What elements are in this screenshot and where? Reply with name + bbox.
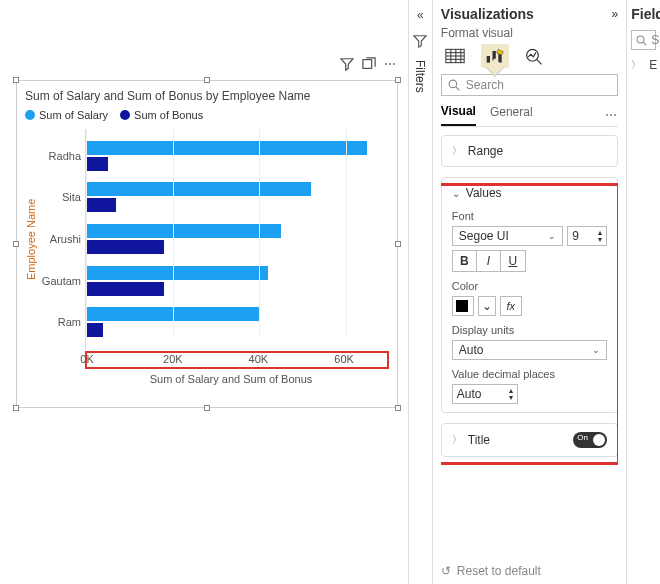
card-title: 〉 Title On xyxy=(441,423,618,457)
color-picker[interactable] xyxy=(452,296,474,316)
bar-bonus[interactable] xyxy=(86,240,164,254)
chevron-right-icon: 〉 xyxy=(452,433,462,447)
legend-item[interactable]: Sum of Bonus xyxy=(120,109,203,121)
bar-group[interactable] xyxy=(86,266,389,296)
resize-handle[interactable] xyxy=(204,405,210,411)
svg-rect-8 xyxy=(486,56,489,63)
title-toggle[interactable]: On xyxy=(573,432,607,448)
bar-salary[interactable] xyxy=(86,182,311,196)
y-tick: Ram xyxy=(41,316,81,328)
decimal-places-label: Value decimal places xyxy=(452,368,607,380)
bar-group[interactable] xyxy=(86,307,389,337)
tab-visual[interactable]: Visual xyxy=(441,104,476,126)
bar-group[interactable] xyxy=(86,224,389,254)
bar-bonus[interactable] xyxy=(86,198,116,212)
bar-group[interactable] xyxy=(86,182,389,212)
card-range-header[interactable]: 〉 Range xyxy=(452,144,607,158)
format-visual-button[interactable] xyxy=(481,44,509,68)
tab-general[interactable]: General xyxy=(490,105,533,125)
svg-point-15 xyxy=(637,36,644,43)
bar-salary[interactable] xyxy=(86,307,259,321)
reset-to-default-button[interactable]: ↺ Reset to default xyxy=(441,564,618,578)
bars-area xyxy=(85,129,389,349)
filters-rail[interactable]: « Filters xyxy=(408,0,432,584)
resize-handle[interactable] xyxy=(395,241,401,247)
card-values-header[interactable]: ⌄ Values xyxy=(452,186,607,200)
font-family-dropdown[interactable]: Segoe UI ⌄ xyxy=(452,226,563,246)
bold-button[interactable]: B xyxy=(453,251,477,271)
font-style-group: B I U xyxy=(452,250,526,272)
focus-mode-icon[interactable] xyxy=(362,57,376,71)
filter-icon[interactable] xyxy=(340,57,354,71)
legend: Sum of Salary Sum of Bonus xyxy=(25,109,389,121)
chevron-right-icon: 〉 xyxy=(452,144,462,158)
font-size-stepper[interactable]: 9 ▴▾ xyxy=(567,226,607,246)
resize-handle[interactable] xyxy=(395,405,401,411)
card-range: 〉 Range xyxy=(441,135,618,167)
bar-chart-visual[interactable]: ⋯ Sum of Salary and Sum of Bonus by Empl… xyxy=(16,80,398,408)
funnel-icon[interactable] xyxy=(413,34,427,48)
card-range-label: Range xyxy=(468,144,503,158)
legend-swatch xyxy=(25,110,35,120)
card-title-header[interactable]: 〉 Title xyxy=(452,433,490,447)
svg-point-11 xyxy=(526,49,538,61)
bar-bonus[interactable] xyxy=(86,157,108,171)
pane-subtitle: Format visual xyxy=(441,26,618,40)
report-canvas[interactable]: ⋯ Sum of Salary and Sum of Bonus by Empl… xyxy=(0,0,408,584)
display-units-label: Display units xyxy=(452,324,607,336)
more-options-icon[interactable]: ⋯ xyxy=(384,57,397,71)
visualizations-pane: Visualizations » Format visual Search Vi… xyxy=(432,0,626,584)
svg-line-12 xyxy=(536,59,541,64)
fields-search-placeholder: Se xyxy=(651,33,660,47)
legend-swatch xyxy=(120,110,130,120)
font-family-value: Segoe UI xyxy=(459,229,509,243)
underline-button[interactable]: U xyxy=(501,251,525,271)
tab-more-icon[interactable]: ⋯ xyxy=(605,108,618,122)
chevron-right-icon: 〉 xyxy=(631,58,641,72)
bar-salary[interactable] xyxy=(86,224,281,238)
fx-button[interactable]: fx xyxy=(500,296,522,316)
stepper-arrows-icon: ▴▾ xyxy=(509,387,513,401)
format-tabs: Visual General ⋯ xyxy=(441,104,618,127)
legend-item[interactable]: Sum of Salary xyxy=(25,109,108,121)
resize-handle[interactable] xyxy=(13,77,19,83)
bar-salary[interactable] xyxy=(86,141,367,155)
resize-handle[interactable] xyxy=(204,77,210,83)
bar-bonus[interactable] xyxy=(86,323,103,337)
legend-label: Sum of Salary xyxy=(39,109,108,121)
font-size-value: 9 xyxy=(572,229,579,243)
svg-line-16 xyxy=(643,42,646,45)
chart-plot-area: Employee Name Radha Sita Arushi Gautam R… xyxy=(25,129,389,349)
fields-search-input[interactable]: Se xyxy=(631,30,656,50)
svg-line-14 xyxy=(456,87,459,90)
collapse-chevron-icon[interactable]: « xyxy=(417,8,424,22)
color-label: Color xyxy=(452,280,607,292)
x-tick: 20K xyxy=(163,353,183,365)
resize-handle[interactable] xyxy=(13,241,19,247)
svg-point-13 xyxy=(449,80,457,88)
search-icon xyxy=(636,35,647,46)
expand-chevron-icon[interactable]: » xyxy=(612,7,619,21)
build-visual-button[interactable] xyxy=(441,44,469,68)
analytics-button[interactable] xyxy=(521,44,549,68)
stepper-arrows-icon: ▴▾ xyxy=(598,229,602,243)
bar-salary[interactable] xyxy=(86,266,268,280)
italic-button[interactable]: I xyxy=(477,251,501,271)
display-units-value: Auto xyxy=(459,343,484,357)
filters-label: Filters xyxy=(413,60,427,93)
resize-handle[interactable] xyxy=(395,77,401,83)
chevron-down-icon: ⌄ xyxy=(548,231,556,241)
search-icon xyxy=(448,79,460,91)
fields-table-row[interactable]: 〉 E xyxy=(631,58,656,72)
y-tick: Sita xyxy=(41,191,81,203)
resize-handle[interactable] xyxy=(13,405,19,411)
y-tick: Gautam xyxy=(41,275,81,287)
display-units-dropdown[interactable]: Auto ⌄ xyxy=(452,340,607,360)
decimal-places-stepper[interactable]: Auto ▴▾ xyxy=(452,384,518,404)
color-dropdown[interactable]: ⌄ xyxy=(478,296,496,316)
bar-bonus[interactable] xyxy=(86,282,164,296)
svg-rect-0 xyxy=(363,60,372,69)
bar-group[interactable] xyxy=(86,141,389,171)
format-search-input[interactable]: Search xyxy=(441,74,618,96)
reset-icon: ↺ xyxy=(441,564,451,578)
